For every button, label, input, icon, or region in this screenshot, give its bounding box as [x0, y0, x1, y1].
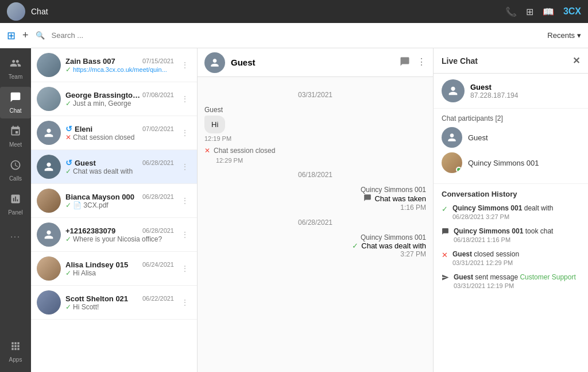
sidebar-item-chat-label: Chat: [9, 108, 21, 114]
right-panel: Live Chat ✕ Guest 87.228.187.194 Chat pa…: [433, 48, 588, 372]
chat-avatar-guest: [37, 155, 61, 179]
chat-date-alisa: 06/24/2021: [142, 261, 174, 268]
history-icon-send-4: [442, 274, 449, 283]
history-icon-check-1: ✓: [442, 205, 448, 213]
chat-bubble-msg-icon: [363, 194, 372, 204]
msg-guest-hi: Guest Hi 12:19 PM: [204, 106, 426, 142]
search-icon: 🔍: [36, 31, 45, 40]
sidebar-item-chat[interactable]: Chat: [0, 87, 31, 118]
history-date-1: 06/28/2021 3:27 PM: [452, 213, 553, 220]
chat-list: Zain Bass 007 07/15/2021 ✓ https://mca.3…: [31, 48, 198, 372]
chat-more-phone[interactable]: ⋮: [179, 229, 191, 240]
chat-avatar-phone: [37, 223, 61, 247]
history-label: Conversation History: [442, 190, 580, 198]
sidebar-item-more[interactable]: ···: [0, 227, 31, 246]
chat-preview-phone: ✓ Where is your Nicosia office?: [65, 235, 174, 243]
chat-more-icon[interactable]: ⋮: [417, 56, 426, 69]
chat-item-zain[interactable]: Zain Bass 007 07/15/2021 ✓ https://mca.3…: [31, 48, 197, 82]
date-sep-3: 06/28/2021: [204, 218, 426, 227]
chat-preview-scott: ✓ Hi Scott!: [65, 303, 174, 311]
history-icon-cross-3: ✕: [442, 251, 448, 259]
app-title: Chat: [31, 7, 505, 16]
chat-preview-zain: ✓ https://mca.3cx.co.uk/meet/quin...: [65, 66, 174, 74]
chat-taken-time: 1:16 PM: [204, 204, 426, 212]
chat-item-bianca[interactable]: Bianca Mayson 000 06/28/2021 ✓ 📄 3CX.pdf…: [31, 184, 197, 218]
sidebar-item-meet-label: Meet: [9, 141, 22, 148]
windows-icon[interactable]: ⊞: [7, 29, 16, 42]
chat-name-zain: Zain Bass 007: [65, 57, 115, 66]
chat-more-scott[interactable]: ⋮: [179, 297, 191, 308]
sidebar-item-calls[interactable]: Calls: [0, 155, 31, 186]
sidebar-item-team-label: Team: [9, 74, 22, 80]
chat-name-scott: Scott Shelton 021: [65, 294, 128, 303]
chat-item-guest[interactable]: ↺ Guest 06/28/2021 ✓ Chat was dealt with…: [31, 150, 197, 184]
chat-bubble-icon[interactable]: [400, 56, 410, 69]
book-icon[interactable]: 📖: [543, 6, 554, 17]
history-item-1: ✓ Quincy Simmons 001 dealt with 06/28/20…: [442, 204, 580, 220]
recents-button[interactable]: Recents ▾: [547, 31, 581, 40]
history-item-3: ✕ Guest closed session 03/31/2021 12:29 …: [442, 250, 580, 266]
chat-preview-guest-list: ✓ Chat was dealt with: [65, 167, 174, 175]
sidebar-item-apps[interactable]: Apps: [7, 336, 25, 367]
chat-avatar-eleni: [37, 121, 61, 145]
search-input[interactable]: [52, 31, 541, 40]
chat-dealt-msg: Quincy Simmons 001 ✓ Chat was dealt with…: [204, 233, 426, 258]
history-action-1: dealt with: [524, 204, 554, 212]
sidebar-item-team[interactable]: Team: [0, 53, 31, 85]
chat-date-bianca: 06/28/2021: [142, 193, 174, 200]
sidebar-bottom: Apps: [7, 336, 25, 367]
chat-preview-eleni: ✕ Chat session closed: [65, 133, 174, 141]
participant-avatar-quincy: [442, 152, 462, 173]
history-date-4: 03/31/2021 12:19 PM: [454, 282, 576, 289]
chat-item-george[interactable]: George Brassington 002 07/08/2021 ✓ Just…: [31, 82, 197, 116]
chat-more-george[interactable]: ⋮: [179, 93, 191, 105]
grid-icon[interactable]: ⊞: [526, 6, 533, 17]
top-bar: Chat 📞 ⊞ 📖 3CX: [0, 0, 588, 23]
chat-date-zain: 07/15/2021: [142, 57, 174, 64]
cross-icon: ✕: [204, 147, 210, 155]
team-icon: [10, 57, 21, 72]
chat-icon: [10, 91, 21, 106]
close-panel-button[interactable]: ✕: [572, 55, 580, 66]
new-chat-button[interactable]: +: [22, 29, 29, 41]
chat-date-george: 07/08/2021: [142, 91, 174, 98]
participant-name-quincy: Quincy Simmons 001: [468, 159, 539, 167]
chat-item-alisa[interactable]: Alisa Lindsey 015 06/24/2021 ✓ Hi Alisa …: [31, 252, 197, 286]
chat-more-guest-list[interactable]: ⋮: [179, 161, 191, 172]
chat-header-icons: ⋮: [400, 56, 426, 69]
user-avatar: [7, 2, 25, 21]
chat-header-name: Guest: [231, 57, 394, 67]
chat-name-alisa: Alisa Lindsey 015: [65, 260, 128, 269]
history-actor-4: Guest: [454, 273, 473, 281]
chat-more-zain[interactable]: ⋮: [179, 59, 191, 71]
participant-avatar-guest: [442, 127, 462, 148]
chat-more-bianca[interactable]: ⋮: [179, 195, 191, 206]
history-date-2: 06/18/2021 1:16 PM: [454, 236, 553, 243]
calls-icon: [10, 159, 21, 174]
guest-panel-ip: 87.228.187.194: [470, 91, 518, 99]
chat-preview-bianca: ✓ 📄 3CX.pdf: [65, 201, 174, 209]
brand-label: 3CX: [563, 6, 581, 17]
chat-more-eleni[interactable]: ⋮: [179, 127, 191, 139]
history-icon-chat-2: [442, 228, 449, 237]
phone-icon[interactable]: 📞: [505, 6, 517, 17]
participants-section: Chat participants [2] Guest Quincy Simmo…: [434, 109, 588, 184]
sidebar-item-panel[interactable]: Panel: [0, 189, 31, 220]
date-sep-2: 06/18/2021: [204, 171, 426, 179]
sidebar-item-meet[interactable]: Meet: [0, 121, 31, 152]
main-layout: Team Chat Meet Calls Panel ·: [0, 48, 588, 372]
chat-avatar-george: [37, 87, 61, 111]
chat-preview-george: ✓ Just a min, George: [65, 99, 174, 108]
chat-dealt-text: Chat was dealt with: [361, 241, 426, 250]
chat-more-alisa[interactable]: ⋮: [179, 263, 191, 274]
chat-item-eleni[interactable]: ↺ Eleni 07/02/2021 ✕ Chat session closed…: [31, 116, 197, 150]
sidebar-item-apps-label: Apps: [9, 356, 22, 363]
chat-avatar-zain: [37, 53, 61, 77]
participant-name-guest: Guest: [468, 133, 488, 142]
chat-avatar-alisa: [37, 256, 61, 281]
chat-preview-alisa: ✓ Hi Alisa: [65, 269, 174, 277]
chat-dealt-sender: Quincy Simmons 001: [361, 233, 426, 241]
chat-item-phone[interactable]: +12162383079 06/28/2021 ✓ Where is your …: [31, 218, 197, 252]
chat-item-scott[interactable]: Scott Shelton 021 06/22/2021 ✓ Hi Scott!…: [31, 286, 197, 320]
meet-icon: [10, 125, 21, 140]
